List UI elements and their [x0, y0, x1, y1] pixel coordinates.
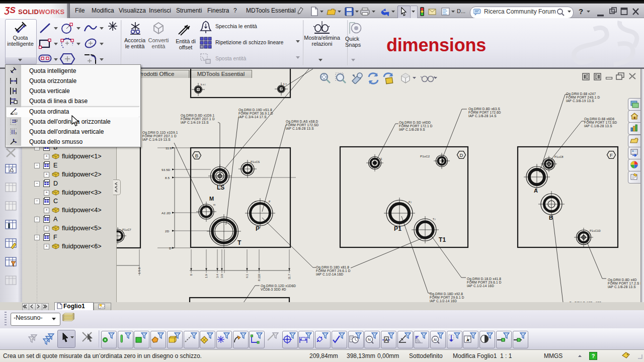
svg-text:8.5: 8.5: [165, 176, 170, 179]
svg-text:1 5 0: 1 5 0: [138, 267, 141, 274]
svg-text:6.1: 6.1: [246, 274, 249, 278]
svg-text:3.9: 3.9: [220, 274, 223, 278]
svg-text:LS: LS: [217, 184, 224, 191]
svg-text:FORM PORT 2D7.1 D: FORM PORT 2D7.1 D: [142, 134, 177, 138]
svg-text:FORM PORT 172.6D: FORM PORT 172.6D: [468, 111, 501, 114]
svg-text:A: A: [534, 188, 538, 194]
svg-text:P1uC2: P1uC2: [420, 155, 430, 158]
svg-text:T1: T1: [439, 236, 446, 243]
svg-text:93.5D: 93.5D: [162, 168, 171, 171]
svg-text:1.9: 1.9: [205, 274, 208, 278]
svg-text:P: P: [269, 200, 271, 203]
svg-text:FORM PORT 29.6.1 D: FORM PORT 29.6.1 D: [467, 281, 502, 284]
svg-text:IAP C.1/4-19 13.S: IAP C.1/4-19 13.S: [142, 138, 171, 141]
svg-text:P1uCS: P1uCS: [251, 160, 260, 163]
svg-text:FORM PORT 172.1 D: FORM PORT 172.1 D: [399, 124, 433, 128]
svg-text:3: 3: [15, 132, 17, 135]
svg-text:11.7: 11.7: [288, 274, 291, 280]
svg-text:12: 12: [14, 112, 18, 115]
svg-text:P1uC1D: P1uC1D: [590, 229, 601, 232]
svg-text:IAP C.1/2-1A 16D: IAP C.1/2-1A 16D: [316, 273, 343, 276]
svg-text:8.110: 8.110: [258, 274, 261, 281]
svg-text:M: M: [209, 196, 214, 202]
svg-text:T.i: T.i: [433, 218, 436, 221]
svg-text:b n i: b n i: [201, 83, 206, 86]
svg-text:IAP C.1/8-28 13.S: IAP C.1/8-28 13.S: [584, 124, 612, 128]
svg-text:0: 0: [190, 274, 193, 276]
svg-text:2D: 2D: [165, 229, 170, 233]
svg-text:FORM PORT 36.9.1 D: FORM PORT 36.9.1 D: [238, 112, 273, 115]
svg-text:123: 123: [15, 119, 18, 122]
svg-text:P.i: P.i: [409, 201, 412, 204]
svg-text:N: N: [368, 337, 371, 342]
svg-text:A: A: [466, 338, 469, 342]
svg-text:D: D: [460, 152, 463, 158]
svg-text:FORM PORT 2D7.1 D: FORM PORT 2D7.1 D: [181, 117, 215, 121]
svg-text:IAP C.1/4-19 13.S: IAP C.1/4-19 13.S: [181, 121, 209, 124]
svg-text:FORM PORT 172.SD: FORM PORT 172.SD: [286, 123, 319, 127]
svg-text:IAP C.1/8-28 13.S: IAP C.1/8-28 13.S: [608, 285, 636, 289]
svg-text:B: B: [195, 153, 198, 158]
svg-text:b =: b =: [283, 83, 287, 85]
svg-text:P1uC7: P1uC7: [122, 228, 131, 231]
svg-text:P: P: [256, 225, 260, 232]
svg-text:A2.2D: A2.2D: [162, 211, 171, 215]
svg-text:IAP C.1/8-28 14.S: IAP C.1/8-28 14.S: [468, 114, 497, 118]
svg-text:IAP C.1/8-28 13.S: IAP C.1/8-28 13.S: [286, 127, 314, 130]
svg-text:IAP C.3/4-14 17.S: IAP C.3/4-14 17.S: [238, 115, 267, 119]
svg-text:FORM PORT 29.6.1 D: FORM PORT 29.6.1 D: [430, 296, 464, 299]
svg-text:IAP C.1/2-14 16D: IAP C.1/2-14 16D: [467, 284, 494, 288]
svg-text:S: S: [380, 157, 382, 160]
svg-text:P1: P1: [394, 225, 401, 232]
svg-text:IAP C.3/8-19 13.S: IAP C.3/8-19 13.S: [566, 99, 594, 103]
svg-text:A: A: [385, 337, 388, 342]
svg-text:IAP C.1/8-28 9.S: IAP C.1/8-28 9.S: [399, 128, 425, 131]
svg-text:FORM PORT 172.SD: FORM PORT 172.SD: [584, 121, 617, 124]
svg-text:FORM PORT 24S.1 D: FORM PORT 24S.1 D: [566, 96, 600, 99]
svg-text:3.4: 3.4: [216, 274, 219, 278]
svg-text:FORM PORT 17.2.S D: FORM PORT 17.2.S D: [608, 282, 643, 285]
svg-text:m: m: [213, 203, 215, 206]
svg-text:P1uC8: P1uC8: [554, 155, 564, 158]
svg-text:T: T: [237, 239, 242, 246]
svg-text:FORM PORT 29.6.1 D: FORM PORT 29.6.1 D: [316, 269, 351, 273]
svg-text:F: F: [610, 152, 613, 158]
svg-text:VCD8-3 3DD #D: VCD8-3 3DD #D: [261, 288, 286, 291]
svg-text:AI: AI: [434, 338, 437, 341]
